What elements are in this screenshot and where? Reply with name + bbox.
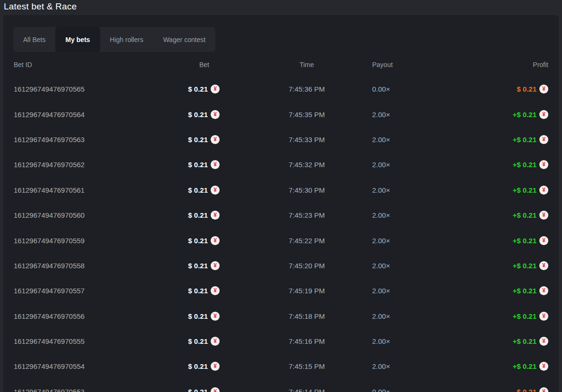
profit-amount: +$ 0.21 xyxy=(513,136,536,144)
table-row[interactable]: 161296749476970560 $ 0.21 ¥ 7:45:23 PM 2… xyxy=(3,203,559,228)
profit-cell: $ 0.21 ¥ xyxy=(439,85,548,94)
bets-tabbar: All Bets My bets High rollers Wager cont… xyxy=(13,27,215,52)
tab-all-bets[interactable]: All Bets xyxy=(13,27,55,52)
column-header-payout: Payout xyxy=(372,61,439,68)
bet-cell: $ 0.21 ¥ xyxy=(160,261,220,270)
profit-amount: +$ 0.21 xyxy=(513,211,536,219)
yen-coin-icon: ¥ xyxy=(539,312,548,321)
profit-amount: +$ 0.21 xyxy=(513,111,536,119)
bet-amount: $ 0.21 xyxy=(188,388,208,392)
profit-cell: +$ 0.21 ¥ xyxy=(439,337,548,346)
table-row[interactable]: 161296749476970557 $ 0.21 ¥ 7:45:19 PM 2… xyxy=(3,278,559,303)
yen-coin-icon: ¥ xyxy=(539,337,548,346)
tab-high-rollers[interactable]: High rollers xyxy=(100,27,153,52)
profit-cell: +$ 0.21 ¥ xyxy=(439,186,548,195)
yen-coin-icon: ¥ xyxy=(211,211,220,220)
yen-coin-icon: ¥ xyxy=(539,211,548,220)
profit-cell: +$ 0.21 ¥ xyxy=(439,261,548,270)
payout-cell: 2.00× xyxy=(372,287,439,295)
table-row[interactable]: 161296749476970553 $ 0.21 ¥ 7:45:14 PM 0… xyxy=(3,379,559,392)
bet-id-cell: 161296749476970559 xyxy=(14,237,160,245)
table-row[interactable]: 161296749476970562 $ 0.21 ¥ 7:45:32 PM 2… xyxy=(3,152,559,177)
yen-coin-icon: ¥ xyxy=(211,160,220,169)
yen-coin-icon: ¥ xyxy=(539,110,548,119)
bet-amount: $ 0.21 xyxy=(188,287,208,295)
tab-wager-contest[interactable]: Wager contest xyxy=(153,27,215,52)
column-header-bet-id: Bet ID xyxy=(14,61,160,68)
bet-id-cell: 161296749476970556 xyxy=(14,312,160,320)
bets-table-header: Bet ID Bet Time Payout Profit xyxy=(3,52,559,77)
bet-cell: $ 0.21 ¥ xyxy=(160,236,220,245)
yen-coin-icon: ¥ xyxy=(211,312,220,321)
profit-amount: +$ 0.21 xyxy=(513,161,536,169)
time-cell: 7:45:14 PM xyxy=(220,388,372,392)
column-header-time: Time xyxy=(220,61,372,68)
table-row[interactable]: 161296749476970558 $ 0.21 ¥ 7:45:20 PM 2… xyxy=(3,253,559,278)
yen-coin-icon: ¥ xyxy=(211,337,220,346)
bet-cell: $ 0.21 ¥ xyxy=(160,337,220,346)
column-header-bet: Bet xyxy=(160,61,220,68)
column-header-profit: Profit xyxy=(439,61,548,68)
bet-id-cell: 161296749476970563 xyxy=(14,136,160,144)
profit-cell: +$ 0.21 ¥ xyxy=(439,160,548,169)
yen-coin-icon: ¥ xyxy=(539,362,548,371)
profit-cell: +$ 0.21 ¥ xyxy=(439,286,548,295)
payout-cell: 2.00× xyxy=(372,186,439,194)
table-row[interactable]: 161296749476970556 $ 0.21 ¥ 7:45:18 PM 2… xyxy=(3,304,559,329)
profit-amount: $ 0.21 xyxy=(517,85,536,93)
bet-cell: $ 0.21 ¥ xyxy=(160,186,220,195)
time-cell: 7:45:16 PM xyxy=(220,337,372,345)
bet-cell: $ 0.21 ¥ xyxy=(160,211,220,220)
bet-amount: $ 0.21 xyxy=(188,237,208,245)
bet-id-cell: 161296749476970565 xyxy=(14,85,160,93)
profit-amount: +$ 0.21 xyxy=(513,337,536,345)
bet-id-cell: 161296749476970560 xyxy=(14,211,160,219)
table-row[interactable]: 161296749476970555 $ 0.21 ¥ 7:45:16 PM 2… xyxy=(3,329,559,354)
bet-amount: $ 0.21 xyxy=(188,136,208,144)
profit-amount: $ 0.21 xyxy=(517,388,536,392)
bet-amount: $ 0.21 xyxy=(188,161,208,169)
bet-table-body: 161296749476970565 $ 0.21 ¥ 7:45:36 PM 0… xyxy=(3,77,559,392)
yen-coin-icon: ¥ xyxy=(211,387,220,392)
profit-amount: +$ 0.21 xyxy=(513,312,536,320)
bet-amount: $ 0.21 xyxy=(188,312,208,320)
payout-cell: 2.00× xyxy=(372,136,439,144)
bet-amount: $ 0.21 xyxy=(188,362,208,370)
bet-amount: $ 0.21 xyxy=(188,211,208,219)
yen-coin-icon: ¥ xyxy=(539,186,548,195)
bet-id-cell: 161296749476970553 xyxy=(14,388,160,392)
table-row[interactable]: 161296749476970563 $ 0.21 ¥ 7:45:33 PM 2… xyxy=(3,127,559,152)
page-title: Latest bet & Race xyxy=(4,1,77,12)
bet-cell: $ 0.21 ¥ xyxy=(160,362,220,371)
profit-cell: +$ 0.21 ¥ xyxy=(439,110,548,119)
table-row[interactable]: 161296749476970554 $ 0.21 ¥ 7:45:15 PM 2… xyxy=(3,354,559,379)
table-row[interactable]: 161296749476970559 $ 0.21 ¥ 7:45:22 PM 2… xyxy=(3,228,559,253)
payout-cell: 2.00× xyxy=(372,312,439,320)
time-cell: 7:45:33 PM xyxy=(220,136,372,144)
yen-coin-icon: ¥ xyxy=(539,85,548,94)
bet-id-cell: 161296749476970561 xyxy=(14,186,160,194)
bet-id-cell: 161296749476970564 xyxy=(14,111,160,119)
payout-cell: 2.00× xyxy=(372,161,439,169)
bet-id-cell: 161296749476970562 xyxy=(14,161,160,169)
tab-my-bets[interactable]: My bets xyxy=(55,27,100,52)
yen-coin-icon: ¥ xyxy=(211,261,220,270)
bet-cell: $ 0.21 ¥ xyxy=(160,286,220,295)
payout-cell: 2.00× xyxy=(372,337,439,345)
profit-amount: +$ 0.21 xyxy=(513,362,536,370)
table-row[interactable]: 161296749476970565 $ 0.21 ¥ 7:45:36 PM 0… xyxy=(3,77,559,102)
yen-coin-icon: ¥ xyxy=(211,286,220,295)
table-row[interactable]: 161296749476970561 $ 0.21 ¥ 7:45:30 PM 2… xyxy=(3,178,559,203)
yen-coin-icon: ¥ xyxy=(211,186,220,195)
table-row[interactable]: 161296749476970564 $ 0.21 ¥ 7:45:35 PM 2… xyxy=(3,102,559,127)
payout-cell: 2.00× xyxy=(372,111,439,119)
time-cell: 7:45:22 PM xyxy=(220,237,372,245)
payout-cell: 0.00× xyxy=(372,388,439,392)
bet-id-cell: 161296749476970558 xyxy=(14,262,160,270)
profit-cell: +$ 0.21 ¥ xyxy=(439,312,548,321)
profit-cell: +$ 0.21 ¥ xyxy=(439,211,548,220)
profit-amount: +$ 0.21 xyxy=(513,287,536,295)
profit-amount: +$ 0.21 xyxy=(513,262,536,270)
bet-id-cell: 161296749476970557 xyxy=(14,287,160,295)
profit-cell: $ 0.21 ¥ xyxy=(439,387,548,392)
